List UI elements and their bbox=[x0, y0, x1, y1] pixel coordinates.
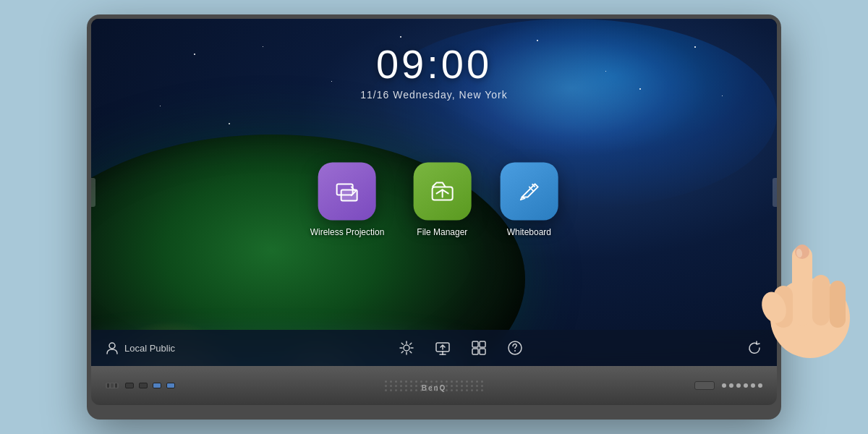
grid-icon[interactable] bbox=[471, 340, 487, 356]
svg-rect-19 bbox=[830, 281, 846, 328]
svg-rect-11 bbox=[480, 341, 485, 347]
file-manager-icon bbox=[413, 162, 471, 220]
wireless-projection-icon bbox=[318, 162, 376, 220]
clock-date: 11/16 Wednesday, New York bbox=[360, 89, 508, 101]
clock-area: 09:00 11/16 Wednesday, New York bbox=[360, 41, 508, 101]
bottom-bar: Local Public bbox=[91, 330, 777, 366]
benq-logo: BenQ bbox=[422, 384, 447, 392]
monitor: 09:00 11/16 Wednesday, New York W bbox=[87, 14, 781, 420]
svg-point-6 bbox=[404, 345, 409, 351]
apps-area: Wireless Projection File Manager bbox=[310, 162, 558, 237]
refresh-icon[interactable] bbox=[746, 340, 762, 356]
bottom-center-icons bbox=[399, 340, 523, 356]
svg-point-16 bbox=[770, 278, 850, 358]
svg-rect-12 bbox=[472, 349, 478, 354]
svg-rect-10 bbox=[472, 341, 478, 347]
svg-point-15 bbox=[514, 350, 516, 352]
app-wireless-projection[interactable]: Wireless Projection bbox=[310, 162, 385, 237]
screen: 09:00 11/16 Wednesday, New York W bbox=[91, 19, 777, 366]
clock-time: 09:00 bbox=[360, 41, 508, 88]
svg-rect-13 bbox=[480, 349, 485, 354]
settings-icon[interactable] bbox=[399, 340, 414, 356]
right-indicators bbox=[694, 381, 762, 390]
user-label: Local Public bbox=[124, 343, 175, 354]
bottom-right bbox=[746, 340, 762, 356]
svg-point-22 bbox=[795, 244, 809, 259]
svg-rect-17 bbox=[792, 246, 812, 326]
app-whiteboard[interactable]: Whiteboard bbox=[500, 162, 558, 237]
app-file-manager[interactable]: File Manager bbox=[413, 162, 471, 237]
whiteboard-label: Whiteboard bbox=[507, 227, 551, 237]
side-button-right[interactable] bbox=[773, 178, 777, 207]
scene: 09:00 11/16 Wednesday, New York W bbox=[0, 0, 868, 434]
file-manager-label: File Manager bbox=[417, 227, 467, 237]
user-icon bbox=[106, 341, 119, 354]
svg-point-23 bbox=[796, 248, 803, 258]
svg-rect-18 bbox=[812, 275, 830, 326]
svg-point-5 bbox=[109, 343, 115, 349]
bottom-left: Local Public bbox=[106, 341, 175, 354]
left-ports bbox=[106, 383, 175, 388]
help-icon[interactable] bbox=[507, 340, 523, 356]
upload-icon[interactable] bbox=[435, 340, 451, 356]
wireless-projection-label: Wireless Projection bbox=[310, 227, 385, 237]
side-button-left[interactable] bbox=[91, 178, 95, 207]
whiteboard-icon bbox=[500, 162, 558, 220]
